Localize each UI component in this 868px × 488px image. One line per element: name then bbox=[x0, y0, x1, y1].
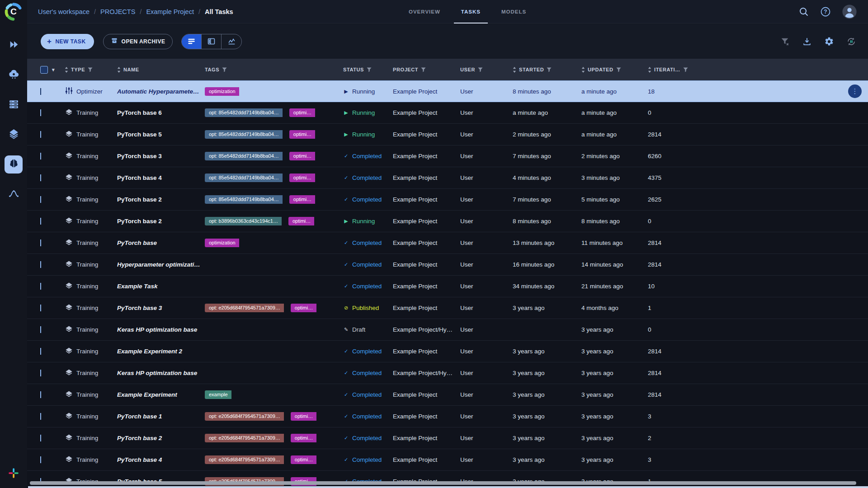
tab-overview[interactable]: OVERVIEW bbox=[401, 0, 448, 23]
row-checkbox[interactable] bbox=[40, 261, 41, 268]
tag-badge[interactable]: opt: e205d684f7954571a7309… bbox=[205, 455, 284, 464]
row-checkbox[interactable] bbox=[40, 153, 41, 160]
breadcrumb-link[interactable]: PROJECTS bbox=[100, 8, 135, 15]
tag-badge[interactable]: optimi… bbox=[291, 304, 316, 312]
task-row[interactable]: OptimizerAutomatic Hyperparamete…optimiz… bbox=[27, 80, 868, 102]
row-checkbox[interactable] bbox=[40, 283, 41, 290]
row-checkbox[interactable] bbox=[40, 391, 41, 398]
row-checkbox[interactable] bbox=[40, 131, 41, 138]
task-row[interactable]: TrainingKeras HP optimization base✎Draft… bbox=[27, 319, 868, 341]
column-header-started[interactable]: STARTED bbox=[513, 67, 581, 73]
tag-badge[interactable]: opt: e205d684f7954571a7309… bbox=[205, 304, 284, 312]
column-header-tags[interactable]: TAGS bbox=[205, 67, 343, 72]
task-row[interactable]: TrainingPyTorch base 4opt: 85e5482ddd714… bbox=[27, 167, 868, 189]
sidebar-item-getting-started[interactable] bbox=[5, 36, 23, 54]
filter-funnel-icon[interactable] bbox=[683, 67, 688, 72]
tag-badge[interactable]: optimi… bbox=[289, 152, 315, 160]
task-row[interactable]: TrainingPyTorch base 3opt: e205d684f7954… bbox=[27, 297, 868, 319]
tag-badge[interactable]: opt: 85e5482ddd7149b8ba04… bbox=[205, 108, 283, 117]
row-checkbox[interactable] bbox=[40, 218, 41, 225]
horizontal-scrollbar[interactable] bbox=[30, 481, 856, 485]
tag-badge[interactable]: optimi… bbox=[291, 455, 316, 464]
split-view-button[interactable] bbox=[202, 34, 222, 49]
task-row[interactable]: TrainingPyTorch baseoptimization✓Complet… bbox=[27, 232, 868, 254]
row-checkbox[interactable] bbox=[40, 305, 41, 311]
tag-badge[interactable]: opt: b3896b0363cd43c194c1… bbox=[205, 217, 282, 225]
sidebar-item-workers-queues[interactable] bbox=[5, 96, 23, 114]
sort-icon[interactable] bbox=[648, 67, 651, 73]
sidebar-item-pipelines[interactable] bbox=[5, 185, 23, 203]
tab-models[interactable]: MODELS bbox=[494, 0, 533, 23]
task-row[interactable]: TrainingPyTorch base 1opt: e205d684f7954… bbox=[27, 406, 868, 427]
clear-filters-icon[interactable] bbox=[780, 37, 790, 47]
tag-badge[interactable]: optimi… bbox=[289, 130, 315, 139]
sidebar-item-projects[interactable] bbox=[5, 155, 23, 174]
slack-icon[interactable] bbox=[8, 467, 19, 479]
sidebar-item-model-serving[interactable] bbox=[5, 66, 23, 84]
tag-badge[interactable]: example bbox=[205, 390, 231, 399]
row-checkbox[interactable] bbox=[40, 239, 41, 246]
select-all-checkbox[interactable] bbox=[40, 66, 48, 74]
tag-badge[interactable]: optimization bbox=[205, 87, 239, 96]
selection-dropdown-caret-icon[interactable]: ▾ bbox=[52, 67, 55, 73]
tag-badge[interactable]: opt: 85e5482ddd7149b8ba04… bbox=[205, 152, 283, 160]
tag-badge[interactable]: opt: e205d684f7954571a7309… bbox=[205, 412, 284, 421]
tag-badge[interactable]: opt: 85e5482ddd7149b8ba04… bbox=[205, 195, 283, 204]
task-row[interactable]: TrainingPyTorch base 4opt: e205d684f7954… bbox=[27, 449, 868, 471]
tag-badge[interactable]: optimi… bbox=[289, 195, 315, 204]
row-menu-button[interactable]: ⋮ bbox=[848, 84, 862, 98]
column-header-type[interactable]: TYPE bbox=[65, 67, 117, 73]
row-checkbox[interactable] bbox=[40, 109, 41, 116]
task-row[interactable]: TrainingPyTorch base 2opt: b3896b0363cd4… bbox=[27, 211, 868, 232]
tag-badge[interactable]: optimi… bbox=[291, 412, 316, 421]
filter-funnel-icon[interactable] bbox=[367, 67, 372, 72]
task-row[interactable]: TrainingPyTorch base 5opt: e205d684f7954… bbox=[27, 471, 868, 488]
column-header-updated[interactable]: UPDATED bbox=[581, 67, 648, 73]
row-checkbox[interactable] bbox=[40, 435, 41, 441]
filter-funnel-icon[interactable] bbox=[616, 67, 621, 72]
table-view-button[interactable] bbox=[182, 34, 202, 49]
filter-funnel-icon[interactable] bbox=[421, 67, 426, 72]
user-avatar[interactable] bbox=[842, 4, 857, 19]
tag-badge[interactable]: opt: 85e5482ddd7149b8ba04… bbox=[205, 130, 283, 139]
breadcrumb-link[interactable]: Example Project bbox=[146, 8, 194, 15]
row-checkbox[interactable] bbox=[40, 370, 41, 376]
tag-badge[interactable]: optimi… bbox=[291, 434, 316, 442]
download-icon[interactable] bbox=[802, 37, 812, 47]
task-row[interactable]: TrainingPyTorch base 6opt: 85e5482ddd714… bbox=[27, 102, 868, 124]
compare-chart-view-button[interactable] bbox=[222, 34, 241, 49]
tag-badge[interactable]: optimi… bbox=[289, 108, 315, 117]
filter-funnel-icon[interactable] bbox=[88, 67, 93, 72]
tag-badge[interactable]: optimi… bbox=[289, 174, 315, 182]
breadcrumb-link[interactable]: User's workspace bbox=[38, 8, 90, 15]
sort-icon[interactable] bbox=[117, 67, 121, 73]
search-icon[interactable] bbox=[798, 6, 809, 17]
sidebar-item-datasets[interactable] bbox=[5, 126, 23, 144]
row-checkbox[interactable] bbox=[40, 196, 41, 203]
help-icon[interactable]: ? bbox=[820, 6, 831, 17]
open-archive-button[interactable]: OPEN ARCHIVE bbox=[103, 34, 173, 49]
filter-funnel-icon[interactable] bbox=[478, 67, 483, 72]
task-row[interactable]: TrainingExample Experiment 2✓CompletedEx… bbox=[27, 341, 868, 362]
row-checkbox[interactable] bbox=[40, 174, 41, 181]
column-header-name[interactable]: NAME bbox=[117, 67, 205, 73]
tag-badge[interactable]: opt: 85e5482ddd7149b8ba04… bbox=[205, 174, 283, 182]
new-task-button[interactable]: + NEW TASK bbox=[41, 34, 94, 49]
filter-funnel-icon[interactable] bbox=[547, 67, 552, 72]
settings-gear-icon[interactable] bbox=[824, 37, 834, 47]
task-row[interactable]: TrainingPyTorch base 3opt: 85e5482ddd714… bbox=[27, 145, 868, 167]
row-checkbox[interactable] bbox=[40, 348, 41, 355]
task-row[interactable]: TrainingPyTorch base 5opt: 85e5482ddd714… bbox=[27, 124, 868, 145]
sort-icon[interactable] bbox=[513, 67, 516, 73]
row-checkbox[interactable] bbox=[40, 456, 41, 463]
filter-funnel-icon[interactable] bbox=[222, 67, 227, 72]
task-row[interactable]: TrainingKeras HP optimization base✓Compl… bbox=[27, 362, 868, 384]
tab-tasks[interactable]: TASKS bbox=[454, 0, 488, 23]
column-header-user[interactable]: USER bbox=[460, 67, 513, 72]
sort-icon[interactable] bbox=[581, 67, 585, 73]
task-row[interactable]: TrainingPyTorch base 2opt: e205d684f7954… bbox=[27, 427, 868, 449]
clearml-logo[interactable]: C bbox=[4, 2, 24, 22]
task-row[interactable]: TrainingPyTorch base 2opt: 85e5482ddd714… bbox=[27, 189, 868, 211]
tag-badge[interactable]: opt: e205d684f7954571a7309… bbox=[205, 434, 284, 442]
column-header-status[interactable]: STATUS bbox=[343, 67, 393, 72]
